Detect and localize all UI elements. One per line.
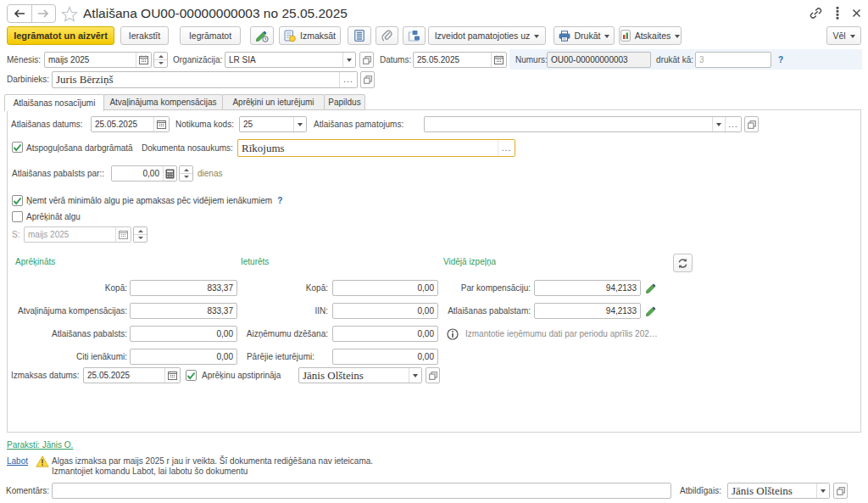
more-commands-icon[interactable]	[832, 5, 843, 20]
spin-up-icon[interactable]	[154, 53, 167, 60]
doc-name-input[interactable]: Rīkojums ...	[237, 139, 515, 157]
related-documents-button[interactable]	[403, 26, 426, 45]
approved-checkbox[interactable]	[186, 370, 197, 381]
tab-vacation-compensations[interactable]: Atvaļinājuma kompensācijas	[103, 94, 223, 110]
benefit-days-input[interactable]: 0,00	[111, 165, 177, 182]
event-code-combo[interactable]: 25	[239, 116, 307, 132]
benefit-average-input[interactable]: 94,2133	[534, 303, 641, 319]
date-input[interactable]: 25.05.2025	[413, 52, 507, 68]
other-income-input[interactable]: 0,00	[130, 349, 237, 365]
calendar-icon[interactable]	[115, 227, 131, 242]
post-and-close-button[interactable]: Iegrāmatot un aizvērt	[7, 26, 114, 45]
spin-down-icon[interactable]	[154, 60, 167, 67]
refresh-button[interactable]	[673, 254, 693, 272]
amount-value: 0,00	[333, 306, 437, 316]
combo-arrow-icon[interactable]	[816, 483, 829, 498]
loan-repayment-input[interactable]: 0,00	[332, 326, 438, 342]
min-wage-checkbox-label[interactable]: Ņemt vērā minimālo algu pie apmaksas pēc…	[26, 196, 272, 205]
vacation-compensation-input[interactable]: 833,37	[130, 303, 237, 319]
tab-dismissal-conditions[interactable]: Atlaišanas nosacījumi	[4, 94, 104, 111]
withheld-row-label: Pārējie ieturējumi:	[229, 349, 314, 365]
spin-up-icon[interactable]	[180, 166, 192, 174]
choose-button[interactable]: ...	[498, 140, 515, 156]
choose-button[interactable]: ...	[725, 117, 741, 131]
severance-benefit-input[interactable]: 0,00	[130, 326, 237, 342]
month-input[interactable]: maijs 2025	[44, 52, 152, 68]
edit-pencil-icon[interactable]	[643, 281, 658, 295]
spin-down-icon[interactable]	[180, 174, 192, 181]
approved-checkbox-label[interactable]: Aprēķinu apstiprināja	[202, 367, 281, 383]
edit-time-button[interactable]	[250, 26, 274, 45]
more-actions-button[interactable]: Vēl	[826, 26, 861, 45]
forward-button[interactable]	[32, 5, 56, 22]
s-period-spinner[interactable]	[133, 226, 147, 243]
edit-link[interactable]: Labot	[7, 456, 28, 466]
pay-button[interactable]: Izmaksāt	[279, 26, 341, 45]
tab-content-panel	[7, 109, 861, 433]
spin-up-icon[interactable]	[134, 227, 147, 235]
tab-additional[interactable]: Papildus	[324, 94, 365, 110]
min-wage-checkbox[interactable]	[12, 195, 23, 206]
create-based-on-button[interactable]: Izveidot pamatojoties uz	[428, 26, 546, 45]
workbook-checkbox[interactable]	[12, 142, 23, 153]
min-wage-help-question-mark[interactable]: ?	[277, 196, 282, 205]
benefit-days-spinner[interactable]	[179, 165, 193, 182]
s-period-input[interactable]: maijs 2025	[24, 226, 131, 243]
signatures-link[interactable]: Paraksti: Jānis O.	[7, 440, 73, 450]
register-records-button[interactable]	[348, 26, 371, 45]
approver-combo[interactable]: Jānis Olšteins	[298, 367, 422, 383]
comment-input[interactable]	[52, 483, 671, 499]
pay-label: Izmaksāt	[300, 31, 336, 41]
compensation-average-input[interactable]: 94,2133	[534, 280, 641, 296]
spin-down-icon[interactable]	[134, 235, 147, 242]
combo-arrow-icon[interactable]	[409, 368, 421, 383]
organization-combo[interactable]: LR SIA	[225, 52, 356, 68]
back-button[interactable]	[8, 5, 32, 22]
calendar-icon[interactable]	[153, 117, 169, 131]
responsible-open-button[interactable]	[833, 483, 848, 499]
accrued-total-input[interactable]: 833,37	[130, 280, 237, 296]
dismissal-date-input[interactable]: 25.05.2025	[91, 116, 170, 132]
pay-date-input[interactable]: 25.05.2025	[83, 367, 181, 383]
organization-open-button[interactable]	[359, 52, 374, 68]
choose-button[interactable]: ...	[339, 72, 357, 87]
income-tax-input[interactable]: 0,00	[332, 303, 438, 319]
calc-salary-checkbox-label[interactable]: Aprēķināt algu	[26, 209, 81, 225]
calculator-icon[interactable]	[163, 166, 176, 181]
employee-input[interactable]: Juris Bērziņš ...	[52, 71, 358, 88]
dismissal-reason-label: Atlaišanas pamatojums:	[314, 116, 403, 132]
employee-open-button[interactable]	[360, 71, 375, 88]
employee-value: Juris Bērziņš	[53, 73, 339, 87]
month-spinner[interactable]	[153, 52, 168, 68]
calendar-icon[interactable]	[164, 368, 180, 383]
responsible-combo[interactable]: Jānis Olšteins	[727, 483, 830, 499]
edit-pencil-icon[interactable]	[643, 304, 658, 318]
other-withholdings-input[interactable]: 0,00	[332, 349, 438, 365]
combo-arrow-icon[interactable]	[342, 53, 355, 67]
favorite-star-icon[interactable]	[60, 4, 79, 23]
dropdown-arrow-icon	[534, 35, 539, 41]
print-button[interactable]: Drukāt	[554, 26, 615, 45]
approver-open-button[interactable]	[426, 367, 440, 383]
calendar-icon[interactable]	[491, 53, 506, 67]
write-button[interactable]: Ierakstīt	[120, 26, 169, 45]
post-button[interactable]: Iegrāmatot	[180, 26, 241, 45]
number-input[interactable]: OU00-00000000003	[547, 52, 651, 68]
combo-arrow-icon[interactable]	[712, 117, 725, 131]
print-as-input[interactable]: 3	[695, 52, 771, 68]
dismissal-reason-combo[interactable]: ...	[424, 116, 742, 132]
calendar-icon[interactable]	[136, 53, 151, 67]
withheld-total-input[interactable]: 0,00	[332, 280, 438, 296]
get-link-icon[interactable]	[808, 5, 823, 20]
help-question-mark[interactable]: ?	[778, 52, 783, 68]
attachments-button[interactable]	[376, 26, 398, 45]
tab-calculations-withholdings[interactable]: Aprēķini un ieturējumi	[222, 94, 325, 110]
combo-arrow-icon[interactable]	[293, 117, 306, 131]
workbook-checkbox-label[interactable]: Atspoguļošana darbgrāmatā	[26, 139, 133, 157]
reports-button[interactable]: Atskaites	[619, 26, 682, 45]
calc-salary-checkbox[interactable]	[12, 211, 23, 222]
amount-value: 0,00	[333, 283, 437, 293]
dismissal-reason-open-button[interactable]	[744, 116, 759, 132]
close-icon[interactable]	[849, 5, 863, 20]
amount-value: 94,2133	[535, 283, 640, 293]
